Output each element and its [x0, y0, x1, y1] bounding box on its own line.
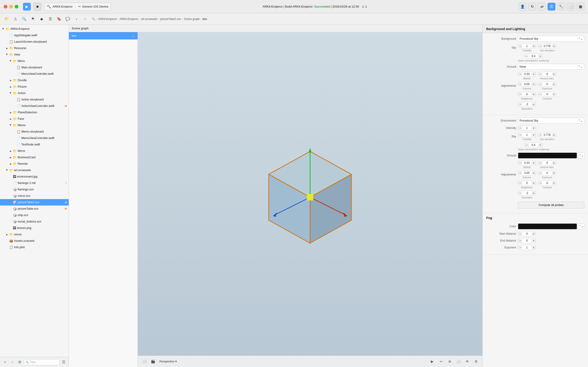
- horizon2-plus[interactable]: +: [552, 160, 556, 165]
- viewport[interactable]: ⬜ 🎬 Perspective ▾ ▶ ↩ ⊕ ⬜ 👁 ⚙: [138, 32, 482, 367]
- horizon-minus[interactable]: −: [538, 72, 543, 77]
- albedo-stepper[interactable]: − 0.33 +: [518, 72, 536, 77]
- inspector-button[interactable]: ▦: [577, 3, 584, 10]
- horizon-plus[interactable]: +: [552, 72, 556, 77]
- settings-viewport-button[interactable]: ⚙: [472, 358, 480, 365]
- tree-item-appdelegate[interactable]: ▶ 📄 AppDelegate.swift: [0, 32, 69, 39]
- albedo-minus[interactable]: −: [518, 72, 522, 77]
- tree-item-menuviewcontroller[interactable]: ▶ 📄 MenuViewController.swift: [0, 71, 69, 77]
- close-button[interactable]: [4, 5, 7, 8]
- tree-item-action[interactable]: ▶ 📁 Action: [0, 90, 69, 96]
- tree-item-art-scnassets[interactable]: ▶ 📁 art.scnassets: [0, 167, 69, 173]
- albedo2-plus[interactable]: +: [531, 160, 536, 165]
- adj2-gamma-plus[interactable]: +: [531, 170, 536, 175]
- tree-item-actionviewcontroller[interactable]: ▶ 📄 ActionViewController.swift M: [0, 103, 69, 109]
- upper-atm2-plus[interactable]: +: [538, 142, 542, 148]
- filter-options-button[interactable]: ☰: [61, 359, 67, 365]
- settings-button[interactable]: ⚙: [17, 359, 23, 365]
- tree-item-flamingo-scn[interactable]: ▶ 🎲 flamingo.scn: [0, 186, 69, 193]
- add-item-button[interactable]: +: [2, 359, 8, 365]
- breadcrumb-item[interactable]: Scene graph: [184, 17, 199, 21]
- upper-atm-plus[interactable]: +: [538, 54, 542, 59]
- adj2-exposure-minus[interactable]: −: [538, 170, 543, 175]
- brightness2-plus[interactable]: +: [531, 181, 536, 186]
- scene-item-actions[interactable]: ⊙: [132, 34, 135, 38]
- play-scene-button[interactable]: ▶: [429, 358, 436, 365]
- sky2-turbidity-minus[interactable]: −: [518, 132, 522, 137]
- viewport-split-button[interactable]: ⬜: [141, 358, 148, 365]
- fullscreen-button[interactable]: ⬜: [455, 358, 462, 365]
- tree-item-launchscreen[interactable]: ▶ 📋 LaunchScreen.storyboard: [0, 39, 69, 45]
- sun-elevation-stepper[interactable]: − 0.778 +: [538, 44, 556, 49]
- intensity-plus[interactable]: +: [531, 125, 536, 131]
- play-button[interactable]: ▶: [23, 3, 31, 10]
- environment-select[interactable]: Procedural Sky ⌃⌄: [518, 118, 584, 124]
- ground-select[interactable]: None ⌃⌄: [518, 64, 584, 70]
- breadcrumb-item[interactable]: 🔨: [92, 17, 95, 21]
- exposure-plus[interactable]: +: [552, 82, 556, 87]
- albedo2-minus[interactable]: −: [518, 160, 522, 165]
- scheme-selector[interactable]: 🔨 ARKit-Emperor › ✂ Generic iOS Device: [44, 3, 111, 10]
- saturation2-minus[interactable]: −: [518, 191, 522, 196]
- fog-end-stepper[interactable]: − 0 +: [518, 238, 536, 243]
- tree-item-info-plist[interactable]: ▶ 📋 Info.plist: [0, 244, 69, 250]
- ground2-color-swatch[interactable]: [518, 152, 577, 158]
- scene-item-box[interactable]: box ⊙: [69, 32, 138, 40]
- exposure-stepper[interactable]: − 0 +: [538, 82, 556, 87]
- upper-atm2-stepper[interactable]: − 0.4 +: [525, 142, 543, 148]
- minimize-button[interactable]: [9, 5, 13, 8]
- saturation-plus[interactable]: +: [531, 102, 536, 107]
- albedo2-stepper[interactable]: − 0.33 +: [518, 160, 536, 165]
- turbidity-plus[interactable]: +: [531, 44, 536, 49]
- adj2-exposure-plus[interactable]: +: [552, 170, 556, 175]
- sun-elevation-minus[interactable]: −: [538, 44, 543, 49]
- tree-item-venus[interactable]: ▶ 📁 venus: [0, 231, 69, 238]
- adj2-exposure-stepper[interactable]: − 0 +: [538, 170, 556, 175]
- tree-item-mirror[interactable]: ▶ 📁 Mirror: [0, 148, 69, 154]
- saturation-minus[interactable]: −: [518, 102, 522, 107]
- refresh-button[interactable]: ↻: [528, 3, 536, 10]
- upper-atm-minus[interactable]: −: [525, 54, 529, 59]
- fog-exponent-minus[interactable]: −: [518, 245, 522, 250]
- gamma-stepper[interactable]: − 0.05 +: [518, 82, 536, 87]
- fog-color-select[interactable]: ⌃⌄: [578, 223, 584, 229]
- tree-item-mirror-scn[interactable]: ▶ 🎲 mirror.scn: [0, 193, 69, 199]
- contrast-minus[interactable]: −: [538, 92, 543, 97]
- sky2-sun-elevation-minus[interactable]: −: [538, 132, 543, 137]
- tree-item-menu[interactable]: ▶ 📁 Menu: [0, 58, 69, 64]
- gamma-minus[interactable]: −: [518, 82, 522, 87]
- brightness2-stepper[interactable]: − 0 +: [518, 181, 536, 186]
- saturation2-stepper[interactable]: − -2 +: [518, 191, 536, 196]
- breadcrumb-item[interactable]: pictureTabe2.scn: [160, 17, 181, 21]
- tree-item-face[interactable]: ▶ 📁 Face: [0, 116, 69, 122]
- tree-item-main-storyboard[interactable]: ▶ 📋 Main.storyboard: [0, 64, 69, 71]
- forward-button[interactable]: ›: [81, 15, 89, 23]
- tree-item-arkitemperor[interactable]: ▶ 📁 ARKit-Emperor: [0, 26, 69, 32]
- saturation2-plus[interactable]: +: [531, 191, 536, 196]
- ground2-select[interactable]: ⌃⌄: [578, 152, 584, 158]
- adj2-gamma-minus[interactable]: −: [518, 170, 522, 175]
- stop-button[interactable]: ■: [34, 3, 41, 10]
- breadcrumb-item[interactable]: art.scnassets: [141, 17, 157, 21]
- brightness-stepper[interactable]: − 0 +: [518, 92, 536, 97]
- back-button[interactable]: ‹: [73, 15, 80, 23]
- navigator-button[interactable]: ☰: [548, 3, 555, 10]
- layout-button[interactable]: ⬜: [567, 3, 575, 10]
- brightness-plus[interactable]: +: [531, 92, 536, 97]
- add-constraint-button[interactable]: ⊕: [446, 358, 453, 365]
- fog-exponent-stepper[interactable]: − 1 +: [518, 245, 536, 250]
- tree-item-assets[interactable]: ▶ 📦 Assets.xcassets: [0, 238, 69, 244]
- compute-all-probes-button[interactable]: Compute all probes: [518, 202, 584, 209]
- perspective-label[interactable]: Perspective ▾: [159, 360, 177, 363]
- tree-item-memoviewcontroller[interactable]: ▶ 📄 MemoViewController.swift: [0, 135, 69, 141]
- tree-item-memo-storyboard[interactable]: ▶ 📋 Memo.storyboard: [0, 128, 69, 135]
- upper-atm2-minus[interactable]: −: [525, 142, 529, 148]
- horizon-stepper[interactable]: − 0 +: [538, 72, 556, 77]
- fog-start-stepper[interactable]: − 0 +: [518, 231, 536, 236]
- tree-item-social[interactable]: ▶ 🎲 social_buttons.scn: [0, 218, 69, 225]
- account-button[interactable]: 👤: [519, 3, 527, 10]
- sky2-turbidity-plus[interactable]: +: [531, 132, 536, 137]
- tree-item-doodle[interactable]: ▶ 📁 Doodle: [0, 77, 69, 83]
- chat-icon[interactable]: 💬: [64, 15, 72, 23]
- horizon2-minus[interactable]: −: [538, 160, 543, 165]
